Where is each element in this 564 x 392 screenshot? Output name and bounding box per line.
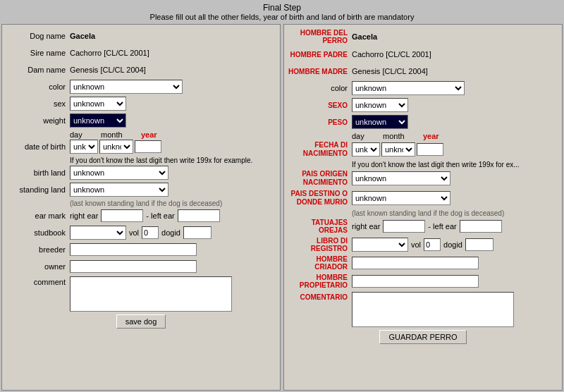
r-owner-label: HOMBRE PROPIETARIO: [288, 274, 352, 289]
birth-land-select[interactable]: unknown: [70, 166, 168, 180]
ear-mark-row: ear mark right ear - left ear: [6, 209, 276, 223]
r-standing-land-label: PAIS DESTINO O DONDE MURIO: [288, 190, 352, 207]
dam-name-value: Genesis [CL/CL 2004]: [70, 66, 146, 74]
r-sex-select[interactable]: unknown: [352, 98, 408, 112]
r-dob-month-select[interactable]: unknown: [381, 142, 415, 157]
sire-name-row: Sire name Cachorro [CL/CL 2001]: [6, 46, 276, 60]
color-label: color: [6, 82, 70, 91]
r-dob-inputs: unknown unknown: [352, 142, 443, 157]
r-save-row: GUARDAR PERRO: [288, 330, 558, 344]
r-breeder-input[interactable]: [352, 257, 479, 269]
weight-select[interactable]: unknown: [70, 114, 126, 128]
r-sire-name-label: HOMBRE PADRE: [288, 51, 352, 59]
dob-label: date of birth: [6, 142, 70, 151]
dob-year-input[interactable]: [135, 140, 161, 153]
ear-left-input[interactable]: [178, 209, 220, 222]
r-breeder-row: HOMBRE CRIADOR: [288, 255, 558, 271]
r-standing-land-row: PAIS DESTINO O DONDE MURIO unknown: [288, 190, 558, 207]
r-ear-inputs: right ear - left ear: [352, 220, 502, 233]
ear-left-prefix: - left ear: [146, 212, 174, 220]
r-owner-row: HOMBRE PROPIETARIO: [288, 274, 558, 289]
save-row: save dog: [6, 314, 276, 329]
left-panel: Dog name Gacela Sire name Cachorro [CL/C…: [1, 24, 281, 391]
sex-label: sex: [6, 99, 70, 108]
studbook-row: studbook vol dogid: [6, 226, 276, 240]
dam-name-row: Dam name Genesis [CL/CL 2004]: [6, 63, 276, 77]
ear-right-input[interactable]: [101, 209, 143, 222]
r-studbook-inputs: vol dogid: [352, 238, 494, 252]
r-color-row: color unknown: [288, 81, 558, 95]
r-sex-row: SEXO unknown: [288, 98, 558, 112]
r-dogid-label: dogid: [443, 240, 462, 249]
r-dog-name-value: Gacela: [352, 32, 377, 41]
r-dog-name-label: HOMBRE DEL PERRO: [288, 29, 352, 44]
r-sex-label: SEXO: [288, 102, 352, 109]
dog-name-label: Dog name: [6, 32, 70, 40]
weight-label: weight: [6, 116, 70, 125]
save-button[interactable]: save dog: [116, 314, 166, 329]
color-select[interactable]: unknown: [70, 80, 183, 94]
r-dam-name-label: HOMBRE MADRE: [288, 68, 352, 75]
ear-inputs: right ear - left ear: [70, 209, 220, 222]
breeder-input[interactable]: [70, 243, 197, 256]
dob-month-header: month: [101, 130, 140, 139]
dogid-label: dogid: [161, 228, 180, 237]
r-ear-right-input[interactable]: [383, 220, 425, 233]
r-standing-land-select[interactable]: unknown: [352, 191, 450, 205]
owner-row: owner: [6, 259, 276, 274]
dob-day-select[interactable]: unknown: [70, 140, 98, 154]
sire-name-value: Cachorro [CL/CL 2001]: [70, 49, 149, 57]
r-breeder-label: HOMBRE CRIADOR: [288, 255, 352, 271]
r-save-button[interactable]: GUARDAR PERRO: [379, 330, 466, 344]
r-sire-name-row: HOMBRE PADRE Cachorro [CL/CL 2001]: [288, 47, 558, 61]
studbook-label: studbook: [6, 228, 70, 237]
r-dob-day-select[interactable]: unknown: [352, 142, 380, 157]
ear-right-prefix: right ear: [70, 212, 98, 220]
r-dam-name-row: HOMBRE MADRE Genesis [CL/CL 2004]: [288, 64, 558, 78]
color-row: color unknown: [6, 80, 276, 94]
r-studbook-select[interactable]: [352, 238, 408, 252]
birth-land-label: birth land: [6, 169, 70, 177]
r-ear-left-input[interactable]: [460, 220, 502, 233]
ear-mark-label: ear mark: [6, 212, 70, 220]
breeder-label: breeder: [6, 245, 70, 254]
dob-group: day month year date of birth unknown unk…: [6, 130, 276, 166]
r-comment-textarea[interactable]: [352, 292, 514, 327]
studbook-inputs: vol dogid: [70, 226, 212, 240]
comment-label: comment: [6, 276, 70, 286]
dogid-input[interactable]: [183, 226, 212, 239]
dob-day-header: day: [70, 130, 98, 139]
comment-textarea[interactable]: [70, 276, 232, 312]
r-dog-name-row: HOMBRE DEL PERRO Gacela: [288, 29, 558, 44]
breeder-row: breeder: [6, 243, 276, 257]
sex-select[interactable]: unknown: [70, 97, 126, 111]
sire-name-label: Sire name: [6, 49, 70, 57]
page-subtitle: Please fill out all the other fields, ye…: [0, 13, 564, 21]
r-weight-select[interactable]: unknown: [352, 115, 408, 129]
r-dogid-input[interactable]: [465, 238, 494, 251]
r-color-select[interactable]: unknown: [352, 81, 465, 95]
birth-land-row: birth land unknown: [6, 166, 276, 180]
dog-name-row: Dog name Gacela: [6, 29, 276, 43]
r-vol-input[interactable]: [424, 238, 441, 251]
dob-hint: If you don't know the last digit then wr…: [70, 157, 276, 164]
r-vol-label: vol: [411, 240, 421, 249]
page-title-left: Final Step: [0, 3, 564, 13]
r-dob-label: FECHA DI NACIMIENTO: [288, 141, 352, 158]
dob-month-select[interactable]: unknown: [99, 140, 133, 154]
studbook-select[interactable]: [70, 226, 126, 240]
r-birth-land-label: PAIS ORIGEN NACIMIENTO: [288, 170, 352, 187]
r-birth-land-select[interactable]: unknown: [352, 171, 450, 185]
r-comment-row: COMENTARIO: [288, 292, 558, 327]
standing-note: (last known standing land if the dog is …: [70, 200, 276, 207]
r-birth-land-row: PAIS ORIGEN NACIMIENTO unknown: [288, 170, 558, 187]
standing-land-select[interactable]: unknown: [70, 183, 168, 197]
r-ear-right-prefix: right ear: [352, 222, 380, 231]
r-dob-year-input[interactable]: [417, 143, 443, 156]
r-owner-input[interactable]: [352, 275, 479, 288]
r-studbook-row: LIBRO DI REGISTRO vol dogid: [288, 237, 558, 252]
owner-input[interactable]: [70, 260, 197, 273]
dam-name-label: Dam name: [6, 66, 70, 74]
dob-inputs: unknown unknown: [70, 140, 161, 154]
vol-input[interactable]: [142, 226, 159, 239]
